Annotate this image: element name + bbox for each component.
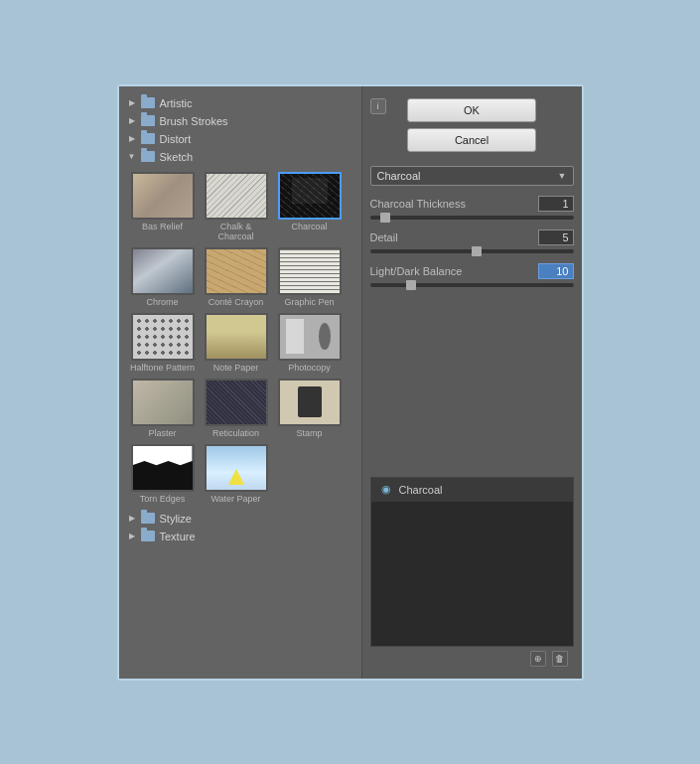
thumb-img-conte	[205, 247, 268, 295]
folder-icon-texture	[141, 531, 155, 541]
slider-row-detail	[370, 249, 574, 253]
tree-arrow-sketch: ▼	[127, 152, 137, 162]
tree-arrow-stylize: ▶	[127, 514, 137, 524]
tree-item-artistic[interactable]: ▶ Artistic	[119, 94, 361, 112]
thumb-img-photocopy	[278, 313, 342, 361]
bottom-icon-bar: ⊕ 🗑	[370, 647, 574, 671]
tree-label-distort: Distort	[160, 133, 192, 145]
folder-icon-stylize	[141, 513, 155, 524]
slider-track-light-dark[interactable]	[370, 283, 574, 287]
thumb-label-conte: Conté Crayon	[209, 297, 264, 307]
thumb-img-chrome	[131, 247, 195, 295]
sketch-thumbnails-grid: Bas Relief Chalk & Charcoal Charcoal Chr…	[119, 166, 361, 510]
filter-chrome[interactable]: Chrome	[129, 247, 197, 307]
tree-item-sketch[interactable]: ▼ Sketch	[119, 148, 361, 166]
filter-reticulation[interactable]: Reticulation	[203, 379, 270, 438]
thumb-label-stamp: Stamp	[296, 428, 322, 438]
tree-arrow-brush: ▶	[127, 116, 137, 126]
filter-halftone[interactable]: Halftone Pattern	[129, 313, 197, 373]
thumb-img-charcoal	[278, 172, 342, 220]
thumb-img-graphic-pen	[278, 247, 342, 295]
new-layer-button[interactable]: ⊕	[530, 651, 546, 667]
filter-charcoal[interactable]: Charcoal	[276, 172, 344, 241]
filter-conte-crayon[interactable]: Conté Crayon	[203, 247, 270, 307]
thumb-img-note-paper	[205, 313, 268, 361]
spacer	[370, 297, 574, 465]
slider-thumb-thickness[interactable]	[380, 213, 390, 223]
thumb-label-bas-relief: Bas Relief	[142, 222, 183, 231]
param-row-detail: Detail	[370, 229, 574, 245]
param-light-dark: Light/Dark Balance	[370, 263, 574, 297]
tree-label-artistic: Artistic	[160, 97, 193, 109]
header-area: i OK Cancel	[370, 94, 574, 158]
filter-plaster[interactable]: Plaster	[129, 379, 197, 438]
thumb-img-stamp	[278, 379, 342, 426]
tree-label-stylize: Stylize	[160, 513, 192, 525]
layer-label: Charcoal	[399, 484, 443, 496]
action-buttons: OK Cancel	[407, 98, 536, 158]
filter-gallery-dialog: ▶ Artistic ▶ Brush Strokes ▶ Distort ▼ S…	[117, 84, 584, 681]
thumb-img-plaster	[131, 379, 195, 426]
filter-stamp[interactable]: Stamp	[276, 379, 344, 438]
ok-button[interactable]: OK	[407, 98, 536, 122]
slider-thumb-detail[interactable]	[472, 246, 482, 256]
param-label-detail: Detail	[370, 231, 538, 243]
param-charcoal-thickness: Charcoal Thickness	[370, 196, 574, 229]
slider-track-detail[interactable]	[370, 249, 574, 253]
preview-layers-area: ◉ Charcoal	[370, 477, 574, 647]
folder-icon-sketch	[141, 151, 155, 162]
filter-photocopy[interactable]: Photocopy	[276, 313, 344, 373]
thumb-label-torn: Torn Edges	[140, 494, 186, 504]
param-label-light-dark: Light/Dark Balance	[370, 265, 538, 277]
folder-icon-distort	[141, 133, 155, 144]
thumb-label-charcoal: Charcoal	[291, 222, 327, 231]
thumb-img-torn	[131, 444, 195, 492]
param-row-thickness: Charcoal Thickness	[370, 196, 574, 212]
thumb-label-plaster: Plaster	[148, 428, 176, 438]
thumb-label-chalk: Chalk & Charcoal	[203, 222, 270, 241]
tree-arrow-artistic: ▶	[127, 98, 137, 108]
filter-graphic-pen[interactable]: Graphic Pen	[276, 247, 344, 307]
tree-arrow-texture: ▶	[127, 532, 137, 541]
tree-item-distort[interactable]: ▶ Distort	[119, 130, 361, 148]
info-icon: i	[377, 101, 379, 111]
filter-water-paper[interactable]: Water Paper	[203, 444, 270, 504]
delete-icon: 🗑	[555, 654, 564, 664]
thumb-label-reticulation: Reticulation	[212, 428, 259, 438]
tree-item-texture[interactable]: ▶ Texture	[119, 528, 361, 545]
thumb-label-graphic-pen: Graphic Pen	[284, 297, 334, 307]
dropdown-arrow-icon: ▼	[558, 171, 567, 181]
folder-icon-brush	[141, 115, 155, 126]
thumb-label-photocopy: Photocopy	[288, 363, 331, 373]
thumb-img-reticulation	[205, 379, 268, 426]
param-value-thickness[interactable]	[538, 196, 574, 212]
slider-row-thickness	[370, 216, 574, 220]
filter-bas-relief[interactable]: Bas Relief	[129, 172, 197, 241]
filter-chalk-charcoal[interactable]: Chalk & Charcoal	[203, 172, 270, 241]
param-value-light-dark[interactable]	[538, 263, 574, 279]
filter-dropdown[interactable]: Charcoal ▼	[370, 166, 574, 186]
thumb-label-chrome: Chrome	[146, 297, 178, 307]
cancel-button[interactable]: Cancel	[407, 128, 536, 152]
thumb-label-note-paper: Note Paper	[213, 363, 259, 373]
param-value-detail[interactable]	[538, 229, 574, 245]
eye-icon[interactable]: ◉	[379, 485, 393, 495]
thumb-img-halftone	[131, 313, 195, 361]
thumb-img-bas-relief	[131, 172, 195, 220]
param-label-thickness: Charcoal Thickness	[370, 198, 538, 210]
tree-item-brush-strokes[interactable]: ▶ Brush Strokes	[119, 112, 361, 130]
tree-label-texture: Texture	[160, 531, 196, 542]
tree-item-stylize[interactable]: ▶ Stylize	[119, 510, 361, 528]
filter-note-paper[interactable]: Note Paper	[203, 313, 270, 373]
preview-layer-charcoal[interactable]: ◉ Charcoal	[371, 478, 573, 502]
new-layer-icon: ⊕	[534, 654, 542, 664]
folder-icon-artistic	[141, 97, 155, 108]
delete-button[interactable]: 🗑	[552, 651, 568, 667]
param-row-light-dark: Light/Dark Balance	[370, 263, 574, 279]
slider-thumb-light-dark[interactable]	[406, 280, 416, 290]
slider-track-thickness[interactable]	[370, 216, 574, 220]
filter-torn-edges[interactable]: Torn Edges	[129, 444, 197, 504]
thumb-img-chalk	[205, 172, 268, 220]
thumb-label-halftone: Halftone Pattern	[130, 363, 195, 373]
info-button[interactable]: i	[370, 98, 386, 114]
